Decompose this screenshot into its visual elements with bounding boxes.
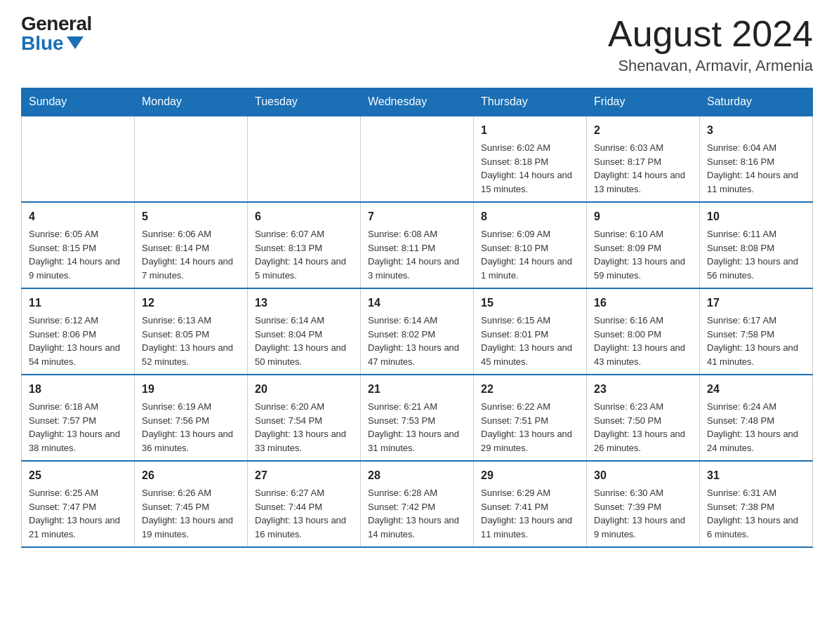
calendar-cell: 21Sunrise: 6:21 AM Sunset: 7:53 PM Dayli… bbox=[361, 375, 474, 461]
day-info: Sunrise: 6:17 AM Sunset: 7:58 PM Dayligh… bbox=[707, 314, 805, 368]
calendar-cell: 14Sunrise: 6:14 AM Sunset: 8:02 PM Dayli… bbox=[361, 288, 474, 375]
day-number: 23 bbox=[594, 381, 692, 398]
calendar-cell bbox=[135, 116, 248, 202]
calendar-cell: 16Sunrise: 6:16 AM Sunset: 8:00 PM Dayli… bbox=[587, 288, 700, 375]
calendar-week-row: 18Sunrise: 6:18 AM Sunset: 7:57 PM Dayli… bbox=[22, 375, 813, 461]
calendar-cell: 27Sunrise: 6:27 AM Sunset: 7:44 PM Dayli… bbox=[248, 461, 361, 547]
day-number: 1 bbox=[481, 122, 579, 139]
calendar-cell: 17Sunrise: 6:17 AM Sunset: 7:58 PM Dayli… bbox=[700, 288, 813, 375]
location-subtitle: Shenavan, Armavir, Armenia bbox=[608, 57, 813, 75]
calendar-cell: 30Sunrise: 6:30 AM Sunset: 7:39 PM Dayli… bbox=[587, 461, 700, 547]
day-number: 15 bbox=[481, 295, 579, 311]
day-info: Sunrise: 6:09 AM Sunset: 8:10 PM Dayligh… bbox=[481, 227, 579, 282]
day-number: 6 bbox=[255, 208, 353, 225]
day-info: Sunrise: 6:25 AM Sunset: 7:47 PM Dayligh… bbox=[29, 486, 127, 541]
day-info: Sunrise: 6:11 AM Sunset: 8:08 PM Dayligh… bbox=[707, 227, 805, 282]
day-info: Sunrise: 6:05 AM Sunset: 8:15 PM Dayligh… bbox=[29, 227, 127, 282]
month-year-title: August 2024 bbox=[608, 14, 813, 54]
day-info: Sunrise: 6:28 AM Sunset: 7:42 PM Dayligh… bbox=[368, 486, 466, 541]
day-number: 10 bbox=[707, 208, 805, 225]
calendar-week-row: 1Sunrise: 6:02 AM Sunset: 8:18 PM Daylig… bbox=[22, 116, 813, 202]
day-info: Sunrise: 6:14 AM Sunset: 8:02 PM Dayligh… bbox=[368, 314, 466, 368]
day-number: 3 bbox=[707, 122, 805, 139]
day-info: Sunrise: 6:21 AM Sunset: 7:53 PM Dayligh… bbox=[368, 400, 466, 455]
day-info: Sunrise: 6:08 AM Sunset: 8:11 PM Dayligh… bbox=[368, 227, 466, 282]
day-number: 11 bbox=[29, 295, 127, 311]
calendar-cell: 4Sunrise: 6:05 AM Sunset: 8:15 PM Daylig… bbox=[22, 202, 135, 288]
day-info: Sunrise: 6:13 AM Sunset: 8:05 PM Dayligh… bbox=[142, 314, 240, 368]
calendar-cell: 2Sunrise: 6:03 AM Sunset: 8:17 PM Daylig… bbox=[587, 116, 700, 202]
logo-general-text: General bbox=[21, 14, 92, 34]
calendar-cell: 12Sunrise: 6:13 AM Sunset: 8:05 PM Dayli… bbox=[135, 288, 248, 375]
day-of-week-header: Monday bbox=[135, 88, 248, 116]
day-number: 16 bbox=[594, 295, 692, 311]
day-number: 31 bbox=[707, 467, 805, 484]
day-number: 20 bbox=[255, 381, 353, 398]
calendar-body: 1Sunrise: 6:02 AM Sunset: 8:18 PM Daylig… bbox=[22, 116, 813, 547]
calendar-table: SundayMondayTuesdayWednesdayThursdayFrid… bbox=[21, 88, 813, 548]
calendar-cell: 26Sunrise: 6:26 AM Sunset: 7:45 PM Dayli… bbox=[135, 461, 248, 547]
day-info: Sunrise: 6:29 AM Sunset: 7:41 PM Dayligh… bbox=[481, 486, 579, 541]
title-section: August 2024 Shenavan, Armavir, Armenia bbox=[608, 14, 813, 75]
day-info: Sunrise: 6:20 AM Sunset: 7:54 PM Dayligh… bbox=[255, 400, 353, 455]
calendar-cell: 18Sunrise: 6:18 AM Sunset: 7:57 PM Dayli… bbox=[22, 375, 135, 461]
day-number: 24 bbox=[707, 381, 805, 398]
page-header: General Blue August 2024 Shenavan, Armav… bbox=[21, 14, 813, 75]
calendar-cell: 15Sunrise: 6:15 AM Sunset: 8:01 PM Dayli… bbox=[474, 288, 587, 375]
logo-triangle-icon bbox=[67, 36, 84, 49]
day-info: Sunrise: 6:18 AM Sunset: 7:57 PM Dayligh… bbox=[29, 400, 127, 455]
day-info: Sunrise: 6:02 AM Sunset: 8:18 PM Dayligh… bbox=[481, 141, 579, 196]
day-number: 18 bbox=[29, 381, 127, 398]
day-info: Sunrise: 6:03 AM Sunset: 8:17 PM Dayligh… bbox=[594, 141, 692, 196]
day-of-week-header: Saturday bbox=[700, 88, 813, 116]
calendar-cell: 11Sunrise: 6:12 AM Sunset: 8:06 PM Dayli… bbox=[22, 288, 135, 375]
day-number: 4 bbox=[29, 208, 127, 225]
calendar-cell: 6Sunrise: 6:07 AM Sunset: 8:13 PM Daylig… bbox=[248, 202, 361, 288]
calendar-cell: 9Sunrise: 6:10 AM Sunset: 8:09 PM Daylig… bbox=[587, 202, 700, 288]
day-info: Sunrise: 6:24 AM Sunset: 7:48 PM Dayligh… bbox=[707, 400, 805, 455]
calendar-cell: 29Sunrise: 6:29 AM Sunset: 7:41 PM Dayli… bbox=[474, 461, 587, 547]
day-number: 19 bbox=[142, 381, 240, 398]
days-of-week-row: SundayMondayTuesdayWednesdayThursdayFrid… bbox=[22, 88, 813, 116]
day-number: 21 bbox=[368, 381, 466, 398]
day-number: 26 bbox=[142, 467, 240, 484]
day-info: Sunrise: 6:07 AM Sunset: 8:13 PM Dayligh… bbox=[255, 227, 353, 282]
calendar-cell: 7Sunrise: 6:08 AM Sunset: 8:11 PM Daylig… bbox=[361, 202, 474, 288]
calendar-cell: 19Sunrise: 6:19 AM Sunset: 7:56 PM Dayli… bbox=[135, 375, 248, 461]
calendar-cell: 20Sunrise: 6:20 AM Sunset: 7:54 PM Dayli… bbox=[248, 375, 361, 461]
day-number: 2 bbox=[594, 122, 692, 139]
calendar-cell: 5Sunrise: 6:06 AM Sunset: 8:14 PM Daylig… bbox=[135, 202, 248, 288]
day-number: 5 bbox=[142, 208, 240, 225]
day-number: 13 bbox=[255, 295, 353, 311]
day-of-week-header: Friday bbox=[587, 88, 700, 116]
day-info: Sunrise: 6:27 AM Sunset: 7:44 PM Dayligh… bbox=[255, 486, 353, 541]
calendar-cell bbox=[248, 116, 361, 202]
day-number: 7 bbox=[368, 208, 466, 225]
day-of-week-header: Thursday bbox=[474, 88, 587, 116]
day-number: 9 bbox=[594, 208, 692, 225]
calendar-week-row: 25Sunrise: 6:25 AM Sunset: 7:47 PM Dayli… bbox=[22, 461, 813, 547]
calendar-cell: 23Sunrise: 6:23 AM Sunset: 7:50 PM Dayli… bbox=[587, 375, 700, 461]
calendar-cell: 25Sunrise: 6:25 AM Sunset: 7:47 PM Dayli… bbox=[22, 461, 135, 547]
day-info: Sunrise: 6:23 AM Sunset: 7:50 PM Dayligh… bbox=[594, 400, 692, 455]
calendar-cell: 13Sunrise: 6:14 AM Sunset: 8:04 PM Dayli… bbox=[248, 288, 361, 375]
day-info: Sunrise: 6:26 AM Sunset: 7:45 PM Dayligh… bbox=[142, 486, 240, 541]
day-number: 28 bbox=[368, 467, 466, 484]
day-info: Sunrise: 6:12 AM Sunset: 8:06 PM Dayligh… bbox=[29, 314, 127, 368]
calendar-cell: 1Sunrise: 6:02 AM Sunset: 8:18 PM Daylig… bbox=[474, 116, 587, 202]
calendar-header: SundayMondayTuesdayWednesdayThursdayFrid… bbox=[22, 88, 813, 116]
calendar-week-row: 4Sunrise: 6:05 AM Sunset: 8:15 PM Daylig… bbox=[22, 202, 813, 288]
day-info: Sunrise: 6:19 AM Sunset: 7:56 PM Dayligh… bbox=[142, 400, 240, 455]
calendar-week-row: 11Sunrise: 6:12 AM Sunset: 8:06 PM Dayli… bbox=[22, 288, 813, 375]
day-number: 29 bbox=[481, 467, 579, 484]
calendar-cell: 8Sunrise: 6:09 AM Sunset: 8:10 PM Daylig… bbox=[474, 202, 587, 288]
day-number: 30 bbox=[594, 467, 692, 484]
day-info: Sunrise: 6:14 AM Sunset: 8:04 PM Dayligh… bbox=[255, 314, 353, 368]
day-number: 27 bbox=[255, 467, 353, 484]
day-number: 8 bbox=[481, 208, 579, 225]
day-info: Sunrise: 6:22 AM Sunset: 7:51 PM Dayligh… bbox=[481, 400, 579, 455]
day-info: Sunrise: 6:15 AM Sunset: 8:01 PM Dayligh… bbox=[481, 314, 579, 368]
day-info: Sunrise: 6:04 AM Sunset: 8:16 PM Dayligh… bbox=[707, 141, 805, 196]
day-info: Sunrise: 6:10 AM Sunset: 8:09 PM Dayligh… bbox=[594, 227, 692, 282]
calendar-cell bbox=[361, 116, 474, 202]
